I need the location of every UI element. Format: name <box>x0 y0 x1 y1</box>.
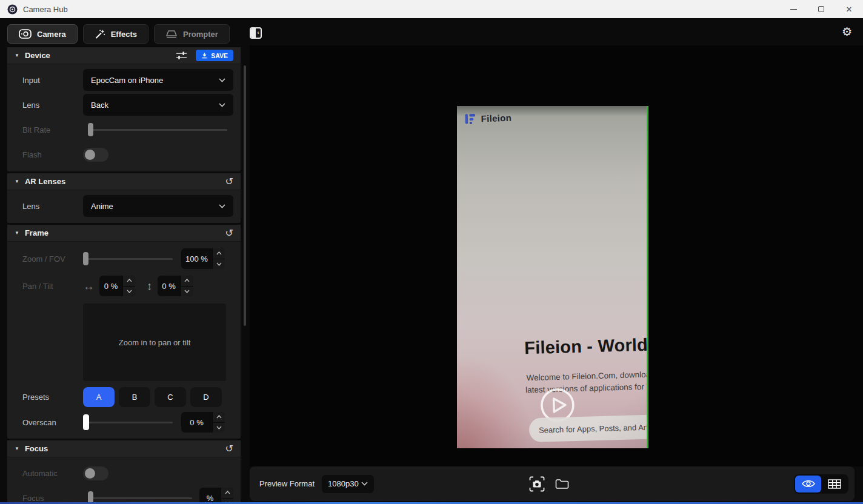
settings-gear-icon[interactable]: ⚙ <box>842 26 852 38</box>
section-focus-header[interactable]: ▼ Focus ↺ <box>7 440 241 457</box>
pan-value: 0 % <box>99 276 122 296</box>
section-focus-title: Focus <box>25 444 48 453</box>
camera-hub-window: Camera Hub ✕ Camera <box>0 0 863 504</box>
focus-slider[interactable] <box>88 497 192 499</box>
save-button[interactable]: SAVE <box>196 50 233 61</box>
zoom-fov-label: Zoom / FOV <box>22 254 83 264</box>
window-controls: ✕ <box>779 0 863 18</box>
section-ar-lenses-header[interactable]: ▼ AR Lenses ↺ <box>7 173 241 190</box>
preview-format-select[interactable]: 1080p30 <box>322 475 374 493</box>
zoom-fov-slider-thumb[interactable] <box>83 252 88 265</box>
device-advanced-icon[interactable] <box>176 51 187 60</box>
tilt-value: 0 % <box>158 276 181 296</box>
settings-panel: ▼ Device <box>7 47 241 504</box>
pan-tilt-hint: Zoom in to pan or tilt <box>119 338 191 347</box>
focus-value: % <box>199 488 221 504</box>
tilt-decrement-icon[interactable] <box>181 287 193 297</box>
overscan-value: 0 % <box>181 412 212 433</box>
presets-label: Presets <box>22 393 83 402</box>
eye-icon <box>801 479 816 488</box>
preview-mode-segmented-control <box>794 474 848 494</box>
close-button[interactable]: ✕ <box>835 0 863 18</box>
ar-lens-value: Anime <box>91 202 113 211</box>
overscan-slider-thumb[interactable] <box>83 414 89 430</box>
overscan-slider[interactable] <box>83 422 173 423</box>
prompter-icon <box>165 30 178 39</box>
tab-camera[interactable]: Camera <box>7 24 78 44</box>
section-device-header[interactable]: ▼ Device <box>7 47 241 64</box>
preset-c-button[interactable]: C <box>155 387 186 407</box>
section-frame: ▼ Frame ↺ Zoom / FOV 100 % <box>7 225 241 439</box>
overscan-row: Overscan 0 % <box>15 412 233 433</box>
chevron-down-icon <box>219 204 225 208</box>
ar-lenses-reset-icon[interactable]: ↺ <box>225 177 233 187</box>
frame-reset-icon[interactable]: ↺ <box>225 228 233 238</box>
focus-increment-icon[interactable] <box>221 488 233 499</box>
section-ar-lenses: ▼ AR Lenses ↺ Lens Anime <box>7 173 241 223</box>
overscan-decrement-icon[interactable] <box>213 423 225 433</box>
download-icon <box>201 52 208 59</box>
section-frame-title: Frame <box>25 228 48 237</box>
flash-label: Flash <box>22 150 83 159</box>
pan-decrement-icon[interactable] <box>123 287 135 297</box>
section-device: ▼ Device <box>7 47 241 171</box>
section-device-title: Device <box>25 51 50 60</box>
collapse-panel-icon[interactable]: ‹ <box>250 27 262 39</box>
bitrate-slider-thumb[interactable] <box>88 123 93 136</box>
snapshot-button[interactable] <box>528 476 545 492</box>
preview-format-label: Preview Format <box>259 479 315 488</box>
automatic-focus-row: Automatic <box>15 462 233 484</box>
maximize-icon <box>818 6 824 12</box>
preset-d-button[interactable]: D <box>190 387 222 407</box>
device-lens-label: Lens <box>22 101 83 110</box>
overscan-increment-icon[interactable] <box>213 412 225 423</box>
device-lens-select[interactable]: Back <box>83 94 233 116</box>
bottom-toolbar: Preview Format 1080p30 <box>250 466 855 501</box>
input-select[interactable]: EpocCam on iPhone <box>83 69 233 91</box>
preset-a-button[interactable]: A <box>83 387 115 407</box>
bitrate-slider[interactable] <box>88 129 227 131</box>
automatic-focus-toggle-knob <box>85 468 95 479</box>
snapshot-camera-icon <box>528 476 545 492</box>
preview-eye-button[interactable] <box>795 476 821 492</box>
pan-tilt-row: Pan / Tilt ↔ 0 % ↕ <box>15 274 233 298</box>
caret-down-icon: ▼ <box>15 446 19 451</box>
pan-increment-icon[interactable] <box>123 276 135 287</box>
tab-camera-label: Camera <box>37 30 66 39</box>
zoom-fov-increment-icon[interactable] <box>213 248 225 259</box>
overscan-spinner: 0 % <box>181 412 225 433</box>
presets-row: Presets A B C D <box>15 387 233 407</box>
pan-spinner: 0 % <box>99 276 135 296</box>
input-select-value: EpocCam on iPhone <box>91 76 163 85</box>
camera-video-feed: Fileion Fileion - World O Welcome to Fil… <box>457 106 648 448</box>
maximize-button[interactable] <box>807 0 835 18</box>
section-focus: ▼ Focus ↺ Automatic Focus <box>7 440 241 504</box>
minimize-button[interactable] <box>779 0 807 18</box>
grid-view-button[interactable] <box>821 476 847 492</box>
tab-prompter[interactable]: Prompter <box>154 24 230 44</box>
tilt-spinner: 0 % <box>158 276 193 296</box>
zoom-fov-decrement-icon[interactable] <box>213 259 225 270</box>
device-lens-value: Back <box>91 101 108 110</box>
automatic-focus-toggle[interactable] <box>83 466 108 480</box>
flash-toggle[interactable] <box>83 148 108 162</box>
caret-down-icon: ▼ <box>15 230 19 236</box>
tilt-increment-icon[interactable] <box>181 276 193 287</box>
video-preview-area: Fileion Fileion - World O Welcome to Fil… <box>250 45 863 466</box>
focus-reset-icon[interactable]: ↺ <box>225 444 233 454</box>
bitrate-label: Bit Rate <box>22 125 83 134</box>
folder-icon <box>555 479 569 489</box>
zoom-fov-slider[interactable] <box>83 258 173 260</box>
pan-tilt-preview-box[interactable]: Zoom in to pan or tilt <box>83 303 226 381</box>
ar-lens-select[interactable]: Anime <box>83 195 233 217</box>
chevron-down-icon <box>361 482 368 486</box>
chevron-down-icon <box>219 103 225 107</box>
panel-scrollbar[interactable] <box>244 65 246 326</box>
tab-effects[interactable]: Effects <box>83 24 148 44</box>
zoom-fov-row: Zoom / FOV 100 % <box>15 247 233 271</box>
section-ar-lenses-title: AR Lenses <box>25 177 65 186</box>
preset-b-button[interactable]: B <box>119 387 150 407</box>
section-frame-header[interactable]: ▼ Frame ↺ <box>7 225 241 242</box>
open-folder-button[interactable] <box>555 479 569 489</box>
pan-tilt-label: Pan / Tilt <box>22 282 83 291</box>
